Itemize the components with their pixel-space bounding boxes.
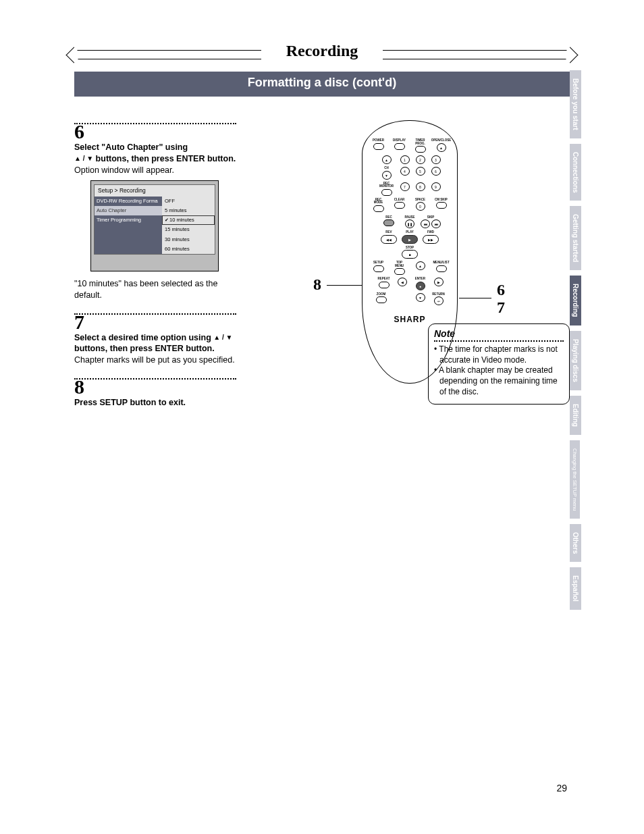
note-title: Note — [434, 328, 564, 339]
tab-editing: Editing — [570, 396, 581, 435]
clear-button — [394, 202, 405, 209]
callout-7: 7 — [497, 298, 505, 317]
topmenu-button — [394, 268, 405, 275]
return-button: ↩ — [434, 296, 444, 305]
osd-menu-item: Auto Chapter — [95, 206, 162, 215]
title-banner: Recording — [74, 41, 570, 68]
recmode-button — [373, 205, 384, 212]
section-tabs: Before you start Connections Getting sta… — [570, 70, 585, 615]
pause-button: ❚❚ — [405, 219, 414, 228]
step-7-body: Select a desired time option using ▲ / ▼… — [74, 332, 236, 367]
note-item: • The time for chapter marks is not accu… — [434, 344, 564, 365]
tab-before-you-start: Before you start — [570, 70, 581, 138]
menulist-button — [436, 265, 447, 272]
setup-button — [373, 265, 384, 272]
keypad-9: 9 — [431, 182, 441, 191]
nav-right-button: ▶ — [434, 278, 444, 286]
note-box: Note • The time for chapter marks is not… — [428, 323, 570, 405]
keypad-7: 7 — [400, 182, 410, 191]
chevron-left-icon — [74, 50, 104, 59]
tab-getting-started: Getting started — [570, 206, 581, 270]
keypad-0: 0 — [416, 202, 425, 211]
note-item: • A blank chapter may be created dependi… — [434, 365, 564, 397]
up-down-arrow-icon: ▲ / ▼ — [74, 154, 93, 163]
keypad-3: 3 — [431, 155, 441, 164]
play-button: ▶ — [402, 235, 418, 244]
rev-button: ◀◀ — [381, 235, 397, 244]
osd-option: 5 minutes — [162, 206, 215, 215]
tab-connections: Connections — [570, 144, 581, 201]
chevron-right-icon — [540, 50, 570, 59]
tab-recording: Recording — [570, 276, 581, 325]
tab-espanol: Español — [570, 567, 581, 610]
rec-button — [383, 219, 394, 226]
step-number-8: 8 — [74, 377, 236, 397]
skip-fwd-button: ⏭ — [431, 219, 441, 228]
callout-line — [327, 285, 362, 286]
nav-down-button: ▼ — [416, 293, 425, 302]
osd-option: 15 minutes — [162, 225, 215, 234]
tab-setup-menu: Changing the SETUP menu — [570, 440, 580, 519]
page-number: 29 — [556, 783, 567, 793]
cmskip-button — [436, 202, 447, 209]
step-8-body: Press SETUP button to exit. — [74, 397, 236, 409]
osd-breadcrumb: Setup > Recording — [95, 185, 215, 197]
check-icon: ✔ — [165, 217, 169, 222]
osd-menu-item: DVD-RW Recording Forma — [95, 197, 162, 206]
keypad-1: 1 — [400, 155, 410, 164]
osd-menu-item: Timer Programming — [95, 215, 162, 225]
keypad-8: 8 — [416, 182, 425, 191]
step-6-body: Select "Auto Chapter" using ▲ / ▼ button… — [74, 142, 236, 301]
open-close-button: ▲ — [437, 143, 446, 152]
divider — [434, 340, 564, 342]
fwd-button: ▶▶ — [423, 235, 439, 244]
power-button — [373, 143, 384, 150]
keypad-2: 2 — [416, 155, 425, 164]
timer-button — [415, 146, 426, 153]
step-number-7: 7 — [74, 312, 236, 332]
zoom-button — [376, 296, 387, 303]
display-button — [394, 143, 405, 150]
enter-button: ● — [416, 282, 425, 290]
page-title: Recording — [261, 42, 383, 60]
skip-back-button: ⏮ — [421, 219, 430, 228]
keypad-4: 4 — [400, 167, 410, 176]
keypad-6: 6 — [431, 167, 441, 176]
instruction-column: 6 Select "Auto Chapter" using ▲ / ▼ butt… — [74, 120, 236, 421]
ch-down-button: ▼ — [382, 171, 392, 180]
osd-option-selected: ✔10 minutes — [162, 215, 215, 225]
stop-button: ■ — [402, 250, 418, 259]
callout-line — [459, 298, 491, 298]
callout-8: 8 — [313, 276, 321, 294]
ch-up-button: ▲ — [382, 155, 392, 164]
up-down-arrow-icon: ▲ / ▼ — [213, 333, 232, 342]
brand-logo: SHARP — [363, 315, 457, 324]
osd-option: OFF — [162, 197, 215, 206]
step-number-6: 6 — [74, 122, 236, 142]
tab-playing-discs: Playing discs — [570, 331, 581, 390]
subtitle-bar: Formatting a disc (cont'd) — [74, 72, 570, 97]
osd-option: 30 minutes — [162, 235, 215, 244]
osd-option: 60 minutes — [162, 244, 215, 254]
keypad-5: 5 — [416, 167, 425, 176]
nav-up-button: ▲ — [416, 261, 425, 270]
nav-left-button: ◀ — [398, 278, 407, 286]
rec-monitor-button — [381, 189, 392, 196]
callout-6: 6 — [497, 281, 505, 299]
remote-column: 8 6 7 POWER DISPLAY TIMER PROG. OPEN/CLO… — [250, 120, 570, 421]
tab-others: Others — [570, 524, 581, 562]
repeat-button — [379, 282, 390, 288]
osd-screenshot: Setup > Recording DVD-RW Recording Forma… — [90, 180, 219, 271]
